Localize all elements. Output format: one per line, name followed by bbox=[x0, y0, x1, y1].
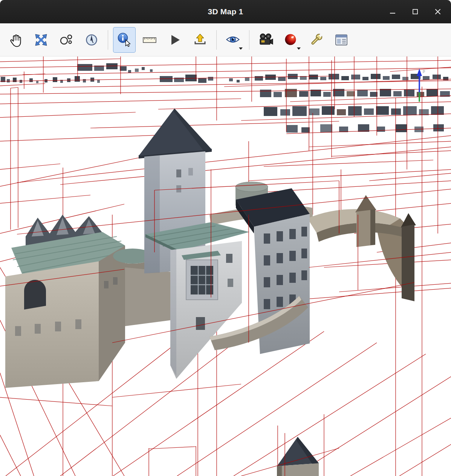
courtyard-wall bbox=[125, 267, 171, 326]
tool-zoom-extent[interactable] bbox=[30, 27, 52, 53]
tool-identify[interactable] bbox=[113, 27, 136, 53]
tool-sphere[interactable] bbox=[280, 27, 302, 53]
titlebar[interactable]: 3D Map 1 bbox=[0, 0, 451, 23]
tool-report[interactable] bbox=[330, 27, 353, 53]
castle-model bbox=[5, 108, 416, 476]
circles-icon bbox=[59, 32, 74, 47]
tool-select-circles[interactable] bbox=[55, 27, 78, 53]
minimize-icon bbox=[389, 8, 396, 15]
zoom-arrows-icon bbox=[34, 32, 49, 47]
close-button[interactable] bbox=[431, 5, 445, 19]
scene-3d-render: p bbox=[0, 56, 451, 476]
tool-play[interactable] bbox=[164, 27, 186, 53]
red-sphere-icon bbox=[283, 32, 298, 47]
axis-label: p bbox=[423, 69, 425, 73]
foreground-house bbox=[277, 437, 319, 476]
dropdown-caret bbox=[239, 47, 243, 50]
toolbar-separator bbox=[249, 30, 249, 50]
video-camera-icon bbox=[258, 32, 273, 47]
map-viewport[interactable]: p bbox=[0, 56, 451, 476]
ruler-icon bbox=[142, 32, 157, 47]
upload-arrow-icon bbox=[193, 32, 208, 47]
toolbar-separator bbox=[108, 30, 108, 50]
close-icon bbox=[434, 8, 442, 15]
central-building bbox=[170, 241, 242, 379]
app-window: 3D Map 1 bbox=[0, 0, 451, 476]
tool-wrench[interactable] bbox=[305, 27, 327, 53]
info-cursor-icon bbox=[117, 32, 132, 47]
eye-icon bbox=[225, 32, 240, 47]
arched-doorway bbox=[24, 280, 46, 310]
report-window-icon bbox=[334, 32, 349, 47]
wall-turret bbox=[355, 195, 376, 247]
tool-visibility-eye[interactable] bbox=[222, 27, 244, 53]
left-wing bbox=[5, 215, 125, 388]
maximize-button[interactable] bbox=[408, 5, 422, 19]
play-icon bbox=[167, 32, 182, 47]
window-controls bbox=[385, 0, 445, 23]
toolbar bbox=[0, 23, 451, 56]
compass-icon bbox=[84, 32, 99, 47]
tool-measure-ruler[interactable] bbox=[138, 27, 161, 53]
wrench-icon bbox=[309, 32, 324, 47]
tool-compass[interactable] bbox=[80, 27, 103, 53]
tool-export[interactable] bbox=[189, 27, 211, 53]
toolbar-separator bbox=[216, 30, 217, 50]
window-title: 3D Map 1 bbox=[208, 7, 243, 16]
tool-pan[interactable] bbox=[5, 27, 27, 53]
maximize-icon bbox=[412, 8, 419, 15]
tower-roof bbox=[139, 108, 212, 156]
tool-camera[interactable] bbox=[254, 27, 277, 53]
minimize-button[interactable] bbox=[385, 5, 400, 19]
hand-icon bbox=[8, 32, 23, 47]
dropdown-caret bbox=[297, 47, 301, 50]
